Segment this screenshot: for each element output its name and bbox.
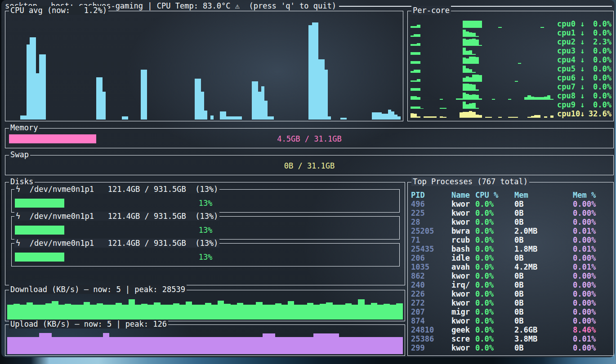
per-core-panel: Per-core cpu0 ↓0.0%cpu1 ↓0.0%cpu2 ↓2.3%c…	[407, 11, 614, 121]
process-cell-memp: 8.46%	[573, 325, 613, 334]
process-cell-name: kwor	[451, 200, 475, 209]
chart-bar	[466, 51, 469, 55]
process-cell-name: avah	[451, 262, 475, 271]
chart-bar	[378, 112, 381, 120]
chart-bar	[344, 118, 347, 120]
chart-bar	[411, 80, 414, 82]
chart-bar	[515, 117, 518, 118]
chart-bar	[271, 116, 274, 120]
chart-bar	[147, 337, 154, 354]
process-cell-cpu: 0.0%	[475, 298, 514, 307]
chart-bar	[205, 303, 211, 320]
process-cell-pid: 25205	[411, 226, 451, 235]
chart-bar	[58, 337, 65, 354]
chart-bar	[318, 59, 321, 120]
chart-bar	[472, 72, 475, 73]
chart-bar	[243, 337, 250, 354]
chart-bar	[103, 305, 109, 320]
process-row: 206idle0.0%0B0.00%	[408, 253, 613, 262]
chart-bar	[218, 337, 224, 354]
chart-bar	[498, 27, 501, 28]
core-usage-value: 0.0%	[593, 64, 612, 73]
chart-bar	[414, 88, 417, 91]
core-name: cpu9 ↓	[557, 100, 585, 109]
chart-bar	[97, 337, 103, 354]
process-row: 24810geek0.0%2.6GB8.46%	[408, 325, 613, 334]
core-label: cpu6 ↓0.0%	[554, 73, 612, 82]
process-cell-mem: 0B	[514, 235, 573, 244]
chart-bar	[320, 304, 326, 320]
chart-bar	[43, 54, 46, 120]
chart-bar	[321, 59, 325, 120]
process-cell-mem: 0B	[514, 316, 573, 325]
chart-bar	[463, 39, 466, 46]
chart-bar	[237, 303, 243, 320]
chart-bar	[141, 337, 147, 354]
core-name: cpu8 ↓	[557, 91, 585, 100]
process-cell-mem: 2.0MB	[514, 226, 573, 235]
chart-bar	[427, 116, 430, 118]
chart-bar	[537, 97, 540, 100]
chart-bar	[411, 96, 414, 100]
chart-bar	[20, 337, 26, 354]
process-cell-memp: 0.00%	[573, 307, 613, 316]
chart-bar	[463, 21, 466, 28]
process-cell-mem: 3.8MB	[514, 334, 573, 343]
process-cell-memp: 0.00%	[573, 218, 613, 226]
chart-bar	[515, 81, 518, 82]
chart-bar	[27, 337, 33, 354]
chart-bar	[456, 98, 459, 100]
chart-bar	[544, 116, 547, 118]
chart-bar	[390, 305, 396, 320]
chart-bar	[466, 31, 469, 37]
process-row: 272kwor0.0%0B0.00%	[408, 298, 613, 307]
chart-bar	[320, 333, 326, 354]
chart-bar	[45, 333, 52, 354]
chart-bar	[13, 304, 20, 320]
chart-bar	[103, 333, 109, 354]
chart-bar	[391, 111, 394, 120]
chart-bar	[195, 79, 198, 120]
process-row: 71rcub0.0%0B0.00%	[408, 235, 613, 244]
chart-bar	[263, 305, 269, 320]
chart-bar	[275, 337, 281, 354]
terminal-window[interactable]: socktop — host: cachyos-gaming | CPU Tem…	[1, 0, 615, 357]
core-row: cpu10↓32.6%	[411, 109, 612, 118]
core-label: cpu10↓32.6%	[554, 109, 612, 118]
process-cell-memp: 0.00%	[573, 200, 613, 209]
core-label: cpu8 ↓0.0%	[554, 91, 612, 100]
core-usage-value: 0.0%	[593, 19, 612, 28]
chart-bar	[154, 302, 160, 320]
chart-bar	[527, 117, 531, 118]
chart-bar	[269, 333, 275, 354]
chart-bar	[417, 25, 420, 28]
chart-bar	[411, 61, 414, 64]
chart-bar	[7, 337, 13, 354]
chart-bar	[288, 301, 294, 320]
chart-bar	[463, 93, 466, 100]
core-sparkline	[411, 84, 554, 91]
chart-bar	[167, 305, 173, 320]
chart-bar	[396, 337, 402, 354]
chart-bar	[463, 30, 466, 37]
core-row: cpu2 ↓2.3%	[411, 37, 612, 46]
chart-bar	[508, 99, 511, 100]
chart-bar	[307, 337, 313, 354]
process-row: 225kwor0.0%0B0.00%	[408, 209, 613, 218]
core-sparkline	[411, 21, 554, 28]
chart-bar	[13, 337, 20, 354]
chart-bar	[71, 337, 77, 354]
chart-bar	[365, 337, 371, 354]
chart-bar	[52, 337, 58, 354]
swap-gauge-label: 0B / 31.1GB	[9, 161, 610, 170]
chart-bar	[463, 58, 466, 64]
chart-bar	[39, 305, 45, 320]
chart-bar	[326, 302, 332, 320]
chart-bar	[122, 116, 125, 120]
process-cell-cpu: 0.0%	[475, 218, 514, 226]
chart-bar	[463, 78, 466, 82]
chart-bar	[186, 302, 192, 320]
chart-bar	[125, 116, 128, 120]
chart-bar	[84, 337, 90, 354]
chart-bar	[224, 337, 230, 354]
